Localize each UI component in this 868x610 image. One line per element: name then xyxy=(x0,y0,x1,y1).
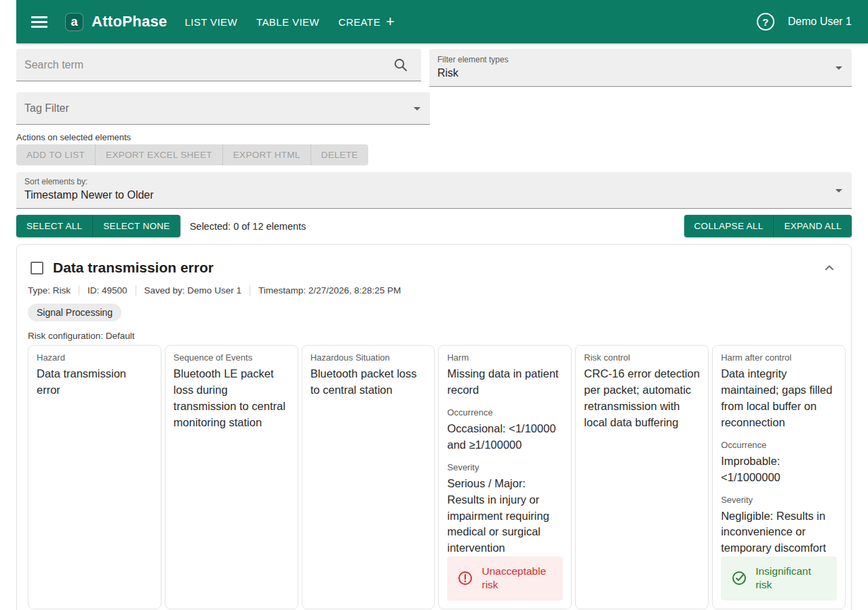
risk-level-badge-unacceptable: Unacceptable risk xyxy=(447,556,563,600)
export-excel-button[interactable]: Export Excel Sheet xyxy=(95,144,222,165)
add-to-list-button[interactable]: Add to list xyxy=(16,144,95,165)
main-nav: List View Table View Create + xyxy=(185,14,395,29)
actions-button-group: Add to list Export Excel Sheet Export HT… xyxy=(16,144,368,165)
meta-saved-by: Saved by: Demo User 1 xyxy=(136,285,250,296)
help-icon[interactable]: ? xyxy=(757,13,774,30)
search-input[interactable] xyxy=(24,59,387,71)
plus-icon: + xyxy=(386,14,395,29)
collapse-all-button[interactable]: Collapse All xyxy=(684,215,774,237)
risk-columns: Hazard Data transmission error Sequence … xyxy=(28,345,846,609)
sort-value: Timestamp Newer to Older xyxy=(24,189,827,201)
meta-timestamp: Timestamp: 2/27/2026, 8:28:25 PM xyxy=(250,285,409,296)
collapse-expand-group: Collapse All Expand All xyxy=(684,215,852,237)
element-type-value: Risk xyxy=(437,67,827,79)
delete-button[interactable]: Delete xyxy=(311,144,368,165)
nav-create[interactable]: Create + xyxy=(338,14,395,29)
hamburger-menu-icon[interactable] xyxy=(23,5,56,38)
occurrence-value: Improbable: <1/1000000 xyxy=(721,453,837,486)
actions-caption: Actions on selected elements xyxy=(16,132,852,142)
logo-letter: a xyxy=(71,15,77,29)
check-circle-icon xyxy=(732,571,747,586)
hazardous-situation-column: Hazardous Situation Bluetooth packet los… xyxy=(302,345,435,609)
search-field xyxy=(16,49,421,81)
risk-element-card: Data transmission error Type: Risk ID: 4… xyxy=(16,244,852,610)
app-title: AttoPhase xyxy=(92,13,167,30)
chevron-down-icon xyxy=(414,107,420,110)
chevron-down-icon xyxy=(835,66,842,70)
risk-control-column: Risk control CRC-16 error detection per … xyxy=(575,345,709,609)
risk-configuration: Risk configuration: Default xyxy=(28,331,846,341)
element-meta: Type: Risk ID: 49500 Saved by: Demo User… xyxy=(22,284,846,296)
sort-select[interactable]: Sort elements by: Timestamp Newer to Old… xyxy=(16,172,852,209)
risk-level-badge-insignificant: Insignificant risk xyxy=(721,556,837,600)
element-type-select[interactable]: Filter element types Risk xyxy=(429,49,852,87)
severity-value: Negligible: Results in inconvenience or … xyxy=(721,508,837,557)
error-icon xyxy=(458,571,473,586)
selection-status: Selected: 0 of 12 elements xyxy=(190,221,307,232)
select-none-button[interactable]: Select None xyxy=(92,215,180,237)
harm-column: Harm Missing data in patient record Occu… xyxy=(438,345,572,609)
nav-list-view[interactable]: List View xyxy=(185,16,238,28)
meta-type: Type: Risk xyxy=(28,285,79,296)
element-checkbox[interactable] xyxy=(31,262,43,274)
severity-value: Serious / Major: Results in injury or im… xyxy=(447,476,563,557)
collapse-card-button[interactable] xyxy=(816,254,843,281)
meta-id: ID: 49500 xyxy=(79,285,136,296)
app-bar: a AttoPhase List View Table View Create … xyxy=(16,0,868,43)
app-logo: a xyxy=(65,13,83,31)
hazard-column: Hazard Data transmission error xyxy=(28,345,161,609)
nav-table-view[interactable]: Table View xyxy=(256,16,319,28)
severity-label: Severity xyxy=(447,462,563,472)
sequence-of-events-column: Sequence of Events Bluetooth LE packet l… xyxy=(165,345,298,609)
export-html-button[interactable]: Export HTML xyxy=(222,144,311,165)
user-menu[interactable]: Demo User 1 xyxy=(788,16,852,28)
element-type-label: Filter element types xyxy=(437,55,827,64)
filter-panel: Filter element types Risk Tag Filter Act… xyxy=(0,43,868,237)
select-button-group: Select All Select None xyxy=(16,215,180,237)
element-title: Data transmission error xyxy=(53,260,214,276)
occurrence-label: Occurrence xyxy=(721,440,837,450)
chevron-up-icon xyxy=(821,260,837,276)
occurrence-label: Occurrence xyxy=(447,407,563,418)
sort-label: Sort elements by: xyxy=(24,177,827,186)
chevron-down-icon xyxy=(835,189,842,192)
tag-filter-label: Tag Filter xyxy=(24,102,69,115)
search-icon[interactable] xyxy=(387,52,414,79)
harm-after-control-column: Harm after control Data integrity mainta… xyxy=(712,345,846,609)
occurrence-value: Occasional: <1/10000 and ≥1/100000 xyxy=(447,421,563,453)
expand-all-button[interactable]: Expand All xyxy=(773,215,852,237)
tag-chip: Signal Processing xyxy=(28,304,121,321)
severity-label: Severity xyxy=(721,495,837,505)
tag-filter-select[interactable]: Tag Filter xyxy=(16,92,430,125)
select-all-button[interactable]: Select All xyxy=(16,215,92,237)
